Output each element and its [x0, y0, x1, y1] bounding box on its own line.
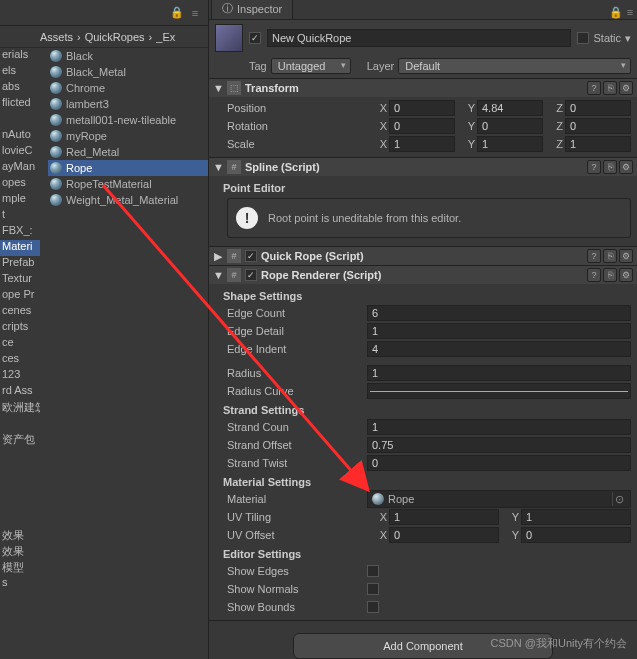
strand-offset-input[interactable]	[367, 437, 631, 453]
position-z-input[interactable]	[565, 100, 631, 116]
asset-item[interactable]: Black_Metal	[48, 64, 208, 80]
gear-icon[interactable]: ⚙	[619, 160, 633, 174]
static-toggle[interactable]: Static ▾	[577, 32, 631, 45]
component-enabled-checkbox[interactable]: ✓	[245, 250, 257, 262]
asset-item[interactable]: RopeTestMaterial	[48, 176, 208, 192]
folder-item[interactable]: nAuto	[0, 128, 40, 144]
folder-item[interactable]: lovieC	[0, 144, 40, 160]
folder-item[interactable]: Textur	[0, 272, 40, 288]
tag-dropdown[interactable]: Untagged	[271, 58, 351, 74]
preset-icon[interactable]: ⎘	[603, 249, 617, 263]
uv-offset-x-input[interactable]	[389, 527, 499, 543]
folder-item[interactable]: mple	[0, 192, 40, 208]
folder-item[interactable]: 模型	[0, 560, 40, 576]
edge-detail-input[interactable]	[367, 323, 631, 339]
help-icon[interactable]: ?	[587, 81, 601, 95]
help-icon[interactable]: ?	[587, 249, 601, 263]
rotation-z-input[interactable]	[565, 118, 631, 134]
folder-item[interactable]: ce	[0, 336, 40, 352]
folder-item[interactable]: flicted	[0, 96, 40, 112]
folder-item[interactable]: erials	[0, 48, 40, 64]
asset-item[interactable]: myRope	[48, 128, 208, 144]
foldout-icon[interactable]: ▼	[213, 82, 223, 94]
folder-item[interactable]: ayMan	[0, 160, 40, 176]
folder-item[interactable]: 欧洲建筑	[0, 400, 40, 416]
folder-item[interactable]: 效果	[0, 544, 40, 560]
preset-icon[interactable]: ⎘	[603, 81, 617, 95]
asset-item[interactable]: Chrome	[48, 80, 208, 96]
chevron-down-icon[interactable]: ▾	[625, 32, 631, 45]
lock-icon[interactable]: 🔒	[170, 6, 184, 20]
folder-item[interactable]: ces	[0, 352, 40, 368]
edge-count-input[interactable]	[367, 305, 631, 321]
folder-item[interactable]: t	[0, 208, 40, 224]
radius-input[interactable]	[367, 365, 631, 381]
strand-twist-input[interactable]	[367, 455, 631, 471]
folder-item[interactable]	[0, 464, 40, 480]
show-bounds-checkbox[interactable]	[367, 601, 379, 613]
object-picker-icon[interactable]: ⊙	[612, 492, 626, 506]
position-x-input[interactable]	[389, 100, 455, 116]
folder-item[interactable]: ope Pr	[0, 288, 40, 304]
folder-item[interactable]	[0, 416, 40, 432]
asset-item[interactable]: Rope	[48, 160, 208, 176]
strand-count-input[interactable]	[367, 419, 631, 435]
enabled-checkbox[interactable]: ✓	[249, 32, 261, 44]
foldout-icon[interactable]: ▶	[213, 250, 223, 263]
folder-item[interactable]: Prefab	[0, 256, 40, 272]
rotation-y-input[interactable]	[477, 118, 543, 134]
folder-item[interactable]	[0, 496, 40, 512]
folder-item[interactable]: rd Ass	[0, 384, 40, 400]
scale-z-input[interactable]	[565, 136, 631, 152]
scale-x-input[interactable]	[389, 136, 455, 152]
folder-item[interactable]	[0, 480, 40, 496]
help-icon[interactable]: ?	[587, 268, 601, 282]
material-object-field[interactable]: Rope ⊙	[367, 490, 631, 508]
scale-y-input[interactable]	[477, 136, 543, 152]
static-checkbox[interactable]	[577, 32, 589, 44]
folder-item[interactable]: Materi	[0, 240, 40, 256]
asset-item[interactable]: Weight_Metal_Material	[48, 192, 208, 208]
folder-item[interactable]: 资产包	[0, 432, 40, 448]
show-edges-checkbox[interactable]	[367, 565, 379, 577]
breadcrumb-item[interactable]: _Ex	[156, 31, 175, 43]
folder-item[interactable]: s	[0, 576, 40, 592]
folder-item[interactable]: cripts	[0, 320, 40, 336]
uv-tiling-x-input[interactable]	[389, 509, 499, 525]
folder-item[interactable]: abs	[0, 80, 40, 96]
rotation-x-input[interactable]	[389, 118, 455, 134]
edge-indent-input[interactable]	[367, 341, 631, 357]
help-icon[interactable]: ?	[587, 160, 601, 174]
asset-item[interactable]: Black	[48, 48, 208, 64]
folder-item[interactable]: cenes	[0, 304, 40, 320]
tab-inspector[interactable]: ⓘ Inspector	[211, 0, 293, 19]
preset-icon[interactable]: ⎘	[603, 268, 617, 282]
folder-item[interactable]: opes	[0, 176, 40, 192]
lock-icon[interactable]: 🔒	[609, 5, 623, 19]
folder-item[interactable]	[0, 512, 40, 528]
asset-item[interactable]: Red_Metal	[48, 144, 208, 160]
foldout-icon[interactable]: ▼	[213, 269, 223, 281]
asset-item[interactable]: metall001-new-tileable	[48, 112, 208, 128]
radius-curve-field[interactable]	[367, 383, 631, 399]
folder-item[interactable]	[0, 448, 40, 464]
gear-icon[interactable]: ⚙	[619, 81, 633, 95]
folder-item[interactable]: 123	[0, 368, 40, 384]
breadcrumb-item[interactable]: QuickRopes	[85, 31, 145, 43]
show-normals-checkbox[interactable]	[367, 583, 379, 595]
folder-item[interactable]: els	[0, 64, 40, 80]
layer-dropdown[interactable]: Default	[398, 58, 631, 74]
gear-icon[interactable]: ⚙	[619, 268, 633, 282]
breadcrumb-item[interactable]: Assets	[40, 31, 73, 43]
panel-menu-icon[interactable]: ≡	[623, 5, 637, 19]
gear-icon[interactable]: ⚙	[619, 249, 633, 263]
foldout-icon[interactable]: ▼	[213, 161, 223, 173]
gameobject-name-input[interactable]	[267, 29, 571, 47]
breadcrumb[interactable]: Assets › QuickRopes › _Ex	[0, 26, 208, 48]
panel-menu-icon[interactable]: ≡	[188, 6, 202, 20]
component-enabled-checkbox[interactable]: ✓	[245, 269, 257, 281]
folder-tree[interactable]: erialselsabsflictednAutolovieCayManopesm…	[0, 48, 40, 592]
folder-item[interactable]: 效果	[0, 528, 40, 544]
folder-item[interactable]: FBX_:	[0, 224, 40, 240]
position-y-input[interactable]	[477, 100, 543, 116]
